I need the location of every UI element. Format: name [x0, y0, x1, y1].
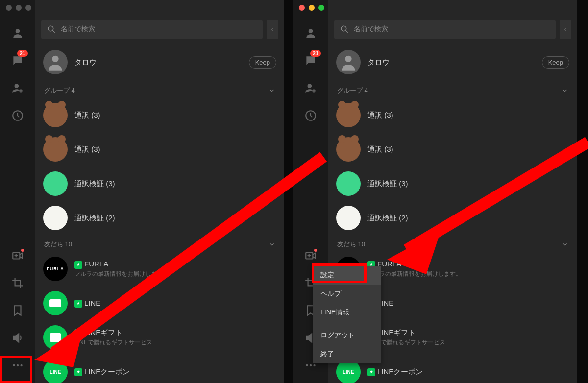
window-maximize-icon[interactable] [25, 5, 31, 11]
groups-label: グループ 4 [337, 86, 368, 95]
search-placeholder: 名前で検索 [61, 25, 95, 34]
traffic-lights [299, 5, 324, 11]
group-avatar [43, 206, 68, 230]
item-title: LINEクーポン [74, 367, 276, 377]
verified-icon [74, 261, 82, 269]
add-friend-icon [304, 82, 317, 95]
profile-row[interactable]: タロウ Keep [328, 43, 577, 81]
app-window-left: 21 [0, 0, 284, 383]
avatar [43, 50, 68, 74]
nav-volume[interactable] [0, 324, 35, 352]
crop-icon [11, 277, 24, 289]
group-avatar [336, 137, 361, 162]
nav-friends[interactable] [0, 20, 35, 47]
list-item[interactable]: LINE [35, 286, 284, 320]
nav-keep[interactable] [0, 297, 35, 324]
list-item[interactable]: 通訳検証 (2) [35, 201, 284, 235]
search-input[interactable]: 名前で検索 [334, 20, 556, 39]
window-minimize-icon[interactable] [16, 5, 22, 11]
svg-point-13 [306, 364, 308, 366]
menu-divider [313, 324, 381, 324]
chevron-left-icon [563, 26, 568, 32]
window-minimize-icon[interactable] [309, 5, 315, 11]
friends-header[interactable]: 友だち 10 [328, 235, 577, 252]
notification-dot-icon [314, 249, 317, 252]
group-avatar [336, 171, 361, 196]
groups-label: グループ 4 [44, 86, 75, 95]
chat-badge: 21 [17, 50, 28, 57]
nav-friends[interactable] [293, 20, 328, 47]
menu-help[interactable]: ヘルプ [313, 285, 381, 303]
nav-sidebar: 21 [0, 0, 35, 383]
profile-row[interactable]: タロウ Keep [35, 43, 284, 81]
friends-label: 友だち 10 [337, 240, 365, 249]
nav-add-friend[interactable] [293, 74, 328, 102]
group-avatar [43, 103, 68, 127]
menu-logout[interactable]: ログアウト [313, 326, 381, 345]
collapse-button[interactable] [560, 20, 571, 39]
person-icon [339, 52, 358, 72]
item-sub: LINEで贈れるギフトサービス [74, 338, 276, 347]
speaker-icon [11, 332, 24, 344]
item-title: 通訳検証 (2) [368, 214, 569, 223]
window-maximize-icon[interactable] [318, 5, 324, 11]
verified-icon [368, 368, 375, 376]
item-sub: フルラの最新情報をお届けします。 [368, 270, 569, 278]
nav-timeline[interactable] [293, 102, 328, 129]
person-icon [46, 52, 65, 72]
svg-point-15 [313, 364, 315, 366]
verified-icon [74, 300, 82, 308]
groups-header[interactable]: グループ 4 [35, 81, 284, 98]
friends-header[interactable]: 友だち 10 [35, 235, 284, 252]
keep-button[interactable]: Keep [542, 56, 569, 69]
nav-more[interactable] [0, 352, 35, 379]
list-item[interactable]: 通訳 (3) [35, 98, 284, 132]
list-item[interactable]: 通訳検証 (3) [328, 167, 577, 201]
traffic-lights [6, 5, 31, 11]
collapse-button[interactable] [267, 20, 278, 39]
svg-point-16 [341, 26, 346, 31]
nav-add-friend[interactable] [0, 74, 35, 102]
nav-chats[interactable]: 21 [293, 47, 328, 74]
list-item[interactable]: 通訳検証 (3) [35, 167, 284, 201]
profile-name: タロウ [74, 58, 242, 67]
avatar [336, 50, 361, 74]
menu-info[interactable]: LINE情報 [313, 303, 381, 322]
friend-avatar [43, 291, 68, 315]
keep-button[interactable]: Keep [249, 56, 276, 69]
item-title: 通訳 (3) [74, 111, 276, 120]
svg-point-0 [15, 29, 20, 33]
nav-capture[interactable] [0, 269, 35, 297]
window-close-icon[interactable] [299, 5, 305, 11]
group-avatar [336, 103, 361, 127]
list-item[interactable]: 通訳検証 (2) [328, 201, 577, 235]
nav-chats[interactable]: 21 [0, 47, 35, 74]
menu-quit[interactable]: 終了 [313, 345, 381, 363]
list-item[interactable]: LINEギフトLINEで贈れるギフトサービス [35, 320, 284, 355]
verified-icon [74, 368, 82, 376]
nav-video[interactable] [293, 242, 328, 269]
item-sub: LINEで贈れるギフトサービス [368, 338, 569, 347]
item-title: 通訳 (3) [368, 145, 569, 154]
nav-timeline[interactable] [0, 102, 35, 129]
item-title: 通訳 (3) [368, 111, 569, 120]
svg-point-9 [308, 29, 313, 33]
list-item[interactable]: 通訳 (3) [35, 132, 284, 167]
chevron-down-icon [562, 241, 568, 248]
list-item[interactable]: 通訳 (3) [328, 98, 577, 132]
search-icon [340, 25, 349, 34]
chevron-left-icon [270, 26, 275, 32]
menu-settings[interactable]: 設定 [313, 266, 381, 285]
verified-icon [74, 329, 82, 337]
list-item[interactable]: LINELINEクーポン [35, 355, 284, 383]
list-item[interactable]: FURLAFURLAフルラの最新情報をお届けします。 [35, 252, 284, 286]
window-close-icon[interactable] [6, 5, 12, 11]
groups-header[interactable]: グループ 4 [328, 81, 577, 98]
chevron-down-icon [269, 87, 275, 94]
nav-video[interactable] [0, 242, 35, 269]
search-input[interactable]: 名前で検索 [41, 20, 263, 39]
list-item[interactable]: 通訳 (3) [328, 132, 577, 167]
svg-point-6 [20, 364, 22, 366]
friend-avatar: FURLA [43, 257, 68, 281]
add-friend-icon [11, 82, 24, 95]
